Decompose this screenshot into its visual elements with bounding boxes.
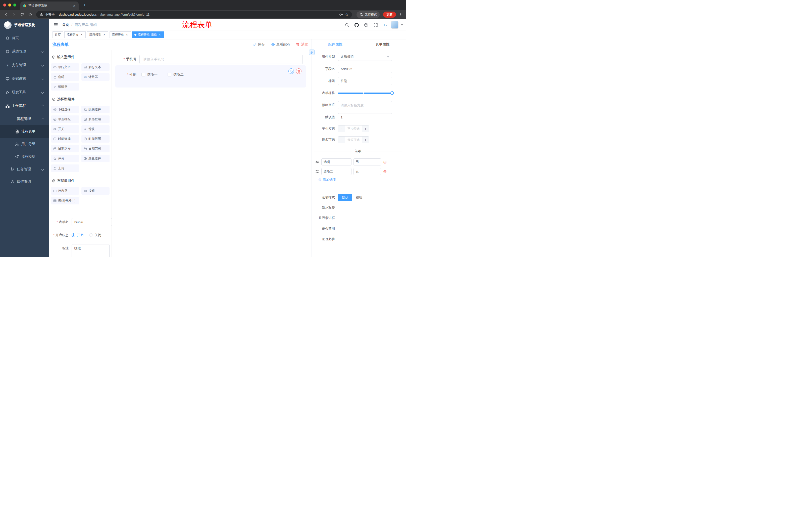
sidebar-item-process-management[interactable]: 流程管理 [0,113,49,125]
reload-button[interactable] [19,11,26,18]
chrome-update-button[interactable]: 更新 [383,11,396,18]
remove-option-icon[interactable]: ⊖ [383,169,387,174]
radio-closed[interactable]: 关闭 [89,233,101,237]
help-icon[interactable] [362,21,370,29]
tag-close-icon[interactable]: × [125,33,128,36]
palette-item-date-range[interactable]: 日期范围 [81,145,110,153]
browser-menu-button[interactable] [398,12,404,17]
form-name-input[interactable] [71,218,112,226]
window-zoom-button[interactable] [13,3,16,6]
default-value-input[interactable] [338,113,392,121]
stepper-decrease-button[interactable]: − [338,126,345,132]
palette-item-cascader[interactable]: 级联选择 [81,106,110,113]
tag-home[interactable]: 首页 [53,31,63,38]
stepper-increase-button[interactable]: + [362,137,369,143]
palette-item-textarea[interactable]: 多行文本 [81,63,110,71]
breadcrumb-home[interactable]: 首页 [62,23,69,27]
option-value-input[interactable] [353,168,381,175]
home-button[interactable] [27,11,34,18]
palette-item-slider[interactable]: 滑块 [81,125,110,133]
sidebar-item-system[interactable]: 系统管理 [0,45,49,58]
sidebar-item-devtools[interactable]: 研发工具 [0,85,49,99]
min-select-input[interactable] [345,126,362,132]
style-default-button[interactable]: 默认 [338,194,352,201]
search-icon[interactable] [343,21,351,29]
form-remark-textarea[interactable]: 嘿嘿 [71,244,110,257]
checkbox-icon[interactable] [141,73,145,77]
palette-item-upload[interactable]: 上传 [51,164,79,172]
address-bar[interactable]: 不安全 dashboard.yudao.iocoder.cn/bpm/manag… [36,11,352,18]
palette-item-button[interactable]: 按钮 [81,187,110,195]
sidebar-item-workflow[interactable]: 工作流程 [0,99,49,113]
style-button-button[interactable]: 按钮 [352,194,366,201]
delete-widget-button[interactable] [296,69,301,74]
palette-item-single-line[interactable]: 单行文本 [51,63,79,71]
sidebar-item-payment[interactable]: ¥ 支付管理 [0,58,49,72]
stepper-increase-button[interactable]: + [362,126,369,132]
form-canvas[interactable]: 手机号 性别 选项一 选项二 [112,50,312,257]
palette-item-checkbox-group[interactable]: 多选框组 [81,115,110,123]
palette-item-counter[interactable]: 计数器 [81,73,110,81]
bookmark-star-icon[interactable]: ☆ [345,12,348,17]
sidebar-item-home[interactable]: 首页 [0,31,49,45]
github-icon[interactable] [353,21,360,29]
palette-item-password[interactable]: 密码 [51,73,79,81]
phone-input[interactable] [140,55,303,64]
palette-item-editor[interactable]: 编辑器 [51,83,79,90]
label-width-input[interactable] [338,101,392,109]
tag-process-form[interactable]: 流程表单× [110,31,131,38]
avatar[interactable] [391,21,399,29]
canvas-field-phone[interactable]: 手机号 [115,55,306,64]
component-type-select[interactable]: 多选框组 [338,53,392,61]
sidebar-item-user-group[interactable]: 用户分组 [0,138,49,151]
canvas-field-gender-selected[interactable]: 性别 选项一 选项二 [115,65,306,87]
avatar-caret-icon[interactable] [401,24,403,26]
font-size-icon[interactable] [381,21,389,29]
palette-item-select[interactable]: 下拉选择 [51,106,79,113]
tab-form-props[interactable]: 表单属性 [359,39,406,50]
clear-button[interactable]: 清空 [296,42,308,47]
forward-button[interactable] [10,11,18,18]
sidebar-item-task-management[interactable]: 任务管理 [0,163,49,175]
tag-close-icon[interactable]: × [103,33,106,36]
copy-widget-button[interactable] [288,69,294,74]
drag-handle-icon[interactable] [315,160,319,164]
grid-slider[interactable] [338,89,392,97]
new-tab-button[interactable]: + [82,2,88,8]
slider-track[interactable] [338,92,392,94]
palette-item-row-container[interactable]: 行容器 [51,187,79,195]
window-close-button[interactable] [3,3,6,6]
fullscreen-icon[interactable] [372,21,379,29]
title-input[interactable] [338,77,392,85]
tag-process-model[interactable]: 流程模型× [87,31,108,38]
tab-close-icon[interactable]: × [72,4,76,8]
hamburger-icon[interactable] [54,22,58,28]
palette-item-date-picker[interactable]: 日期选择 [51,145,79,153]
remove-option-icon[interactable]: ⊖ [383,160,387,164]
tag-process-form-edit[interactable]: 流程表单-编辑× [132,31,164,38]
tag-close-icon[interactable]: × [80,33,83,36]
palette-item-radio-group[interactable]: 单选框组 [51,115,79,123]
checkbox-icon[interactable] [168,73,171,77]
window-minimize-button[interactable] [8,3,11,6]
palette-item-time-picker[interactable]: 时间选择 [51,135,79,142]
gender-option-1[interactable]: 选项一 [141,73,157,77]
sidebar-item-process-form[interactable]: 流程表单 [0,125,49,138]
radio-open[interactable]: 开启 [71,233,83,237]
stepper-decrease-button[interactable]: − [338,137,345,143]
add-option-button[interactable]: ⊕ 添加选项 [318,178,402,182]
sidebar-item-leave-query[interactable]: 请假查询 [0,175,49,188]
app-logo[interactable]: 芋道管理系统 [0,19,49,31]
option-label-input[interactable] [321,168,351,175]
palette-item-table[interactable]: 表格[开发中] [51,197,79,205]
gender-option-2[interactable]: 选项二 [168,73,184,77]
palette-item-color-picker[interactable]: 颜色选择 [81,155,110,162]
drag-handle-icon[interactable] [315,169,319,173]
palette-item-rate[interactable]: 评分 [51,155,79,162]
palette-item-time-range[interactable]: 时间范围 [81,135,110,142]
tag-close-icon[interactable]: × [158,33,162,36]
view-json-button[interactable]: 查看json [271,42,290,47]
slider-handle[interactable] [390,91,394,95]
back-button[interactable] [2,11,9,18]
sidebar-item-process-model[interactable]: 流程模型 [0,151,49,163]
